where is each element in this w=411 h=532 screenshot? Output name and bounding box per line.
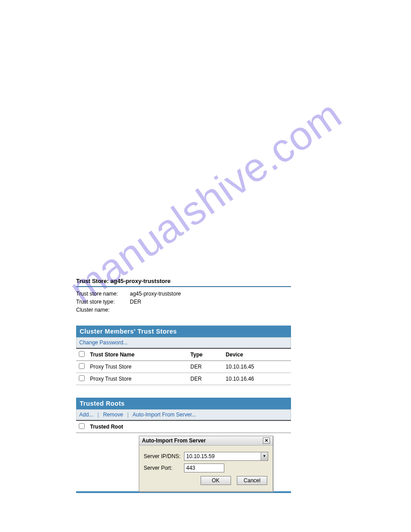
- select-all-checkbox[interactable]: [79, 351, 85, 357]
- change-password-bar: Change Password...: [76, 337, 291, 348]
- trusted-roots-header: Trusted Roots: [76, 398, 291, 409]
- cell-device: 10.10.16.46: [223, 373, 291, 385]
- close-icon[interactable]: ✕: [263, 438, 270, 444]
- change-password-link[interactable]: Change Password...: [79, 339, 128, 346]
- auto-import-dialog: Auto-Import From Server ✕ Server IP/DNS:…: [139, 436, 273, 492]
- value: ag45-proxy-truststore: [130, 291, 181, 297]
- col-name: Trust Store Name: [87, 348, 188, 361]
- separator: |: [127, 412, 128, 418]
- ok-button[interactable]: OK: [201, 476, 231, 485]
- cell-type: DER: [188, 361, 223, 373]
- value: DER: [130, 299, 141, 305]
- server-ip-input[interactable]: [184, 452, 261, 460]
- field-truststore-type: Trust store type: DER: [76, 299, 291, 305]
- dialog-title-text: Auto-Import From Server: [142, 438, 206, 444]
- select-all-roots-checkbox[interactable]: [79, 423, 85, 429]
- remove-link[interactable]: Remove: [103, 412, 123, 418]
- row-checkbox[interactable]: [79, 375, 85, 381]
- server-ip-label: Server IP/DNS:: [144, 453, 184, 459]
- separator: |: [98, 412, 99, 418]
- label: Cluster name:: [76, 307, 130, 313]
- label: Trust store type:: [76, 299, 130, 305]
- trusted-roots-actions: Add... | Remove | Auto-Import From Serve…: [76, 409, 291, 420]
- row-checkbox[interactable]: [79, 363, 85, 369]
- auto-import-link[interactable]: Auto-Import From Server...: [133, 412, 196, 418]
- add-link[interactable]: Add...: [79, 412, 93, 418]
- col-device: Device: [223, 348, 291, 361]
- server-port-label: Server Port:: [144, 465, 184, 471]
- panel-title: Trust Store: ag45-proxy-truststore: [76, 278, 291, 287]
- field-truststore-name: Trust store name: ag45-proxy-truststore: [76, 291, 291, 297]
- cell-type: DER: [188, 373, 223, 385]
- title-name: ag45-proxy-truststore: [111, 278, 171, 284]
- cell-name: Proxy Trust Store: [87, 361, 188, 373]
- col-spacer: [175, 420, 291, 433]
- cluster-members-table: Trust Store Name Type Device Proxy Trust…: [76, 348, 291, 385]
- table-row: Proxy Trust Store DER 10.10.16.45: [76, 361, 291, 373]
- cancel-button[interactable]: Cancel: [237, 476, 267, 485]
- server-port-input[interactable]: [184, 463, 224, 472]
- cell-name: Proxy Trust Store: [87, 373, 188, 385]
- title-prefix: Trust Store:: [76, 278, 109, 284]
- server-ip-dropdown[interactable]: ▼: [184, 452, 268, 461]
- col-type: Type: [188, 348, 223, 361]
- col-trusted-root: Trusted Root: [87, 420, 175, 433]
- label: Trust store name:: [76, 291, 130, 297]
- cluster-members-header: Cluster Members' Trust Stores: [76, 326, 291, 337]
- field-cluster-name: Cluster name:: [76, 307, 291, 313]
- dialog-titlebar: Auto-Import From Server ✕: [139, 436, 273, 446]
- chevron-down-icon[interactable]: ▼: [261, 452, 268, 460]
- table-row: Proxy Trust Store DER 10.10.16.46: [76, 373, 291, 385]
- cell-device: 10.10.16.45: [223, 361, 291, 373]
- trusted-roots-table: Trusted Root: [76, 420, 291, 433]
